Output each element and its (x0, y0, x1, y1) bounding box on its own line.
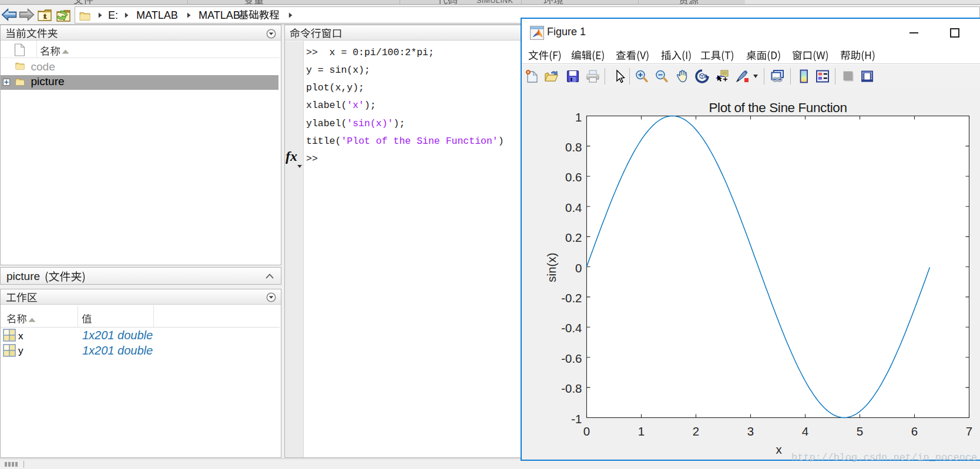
svg-text:0.4: 0.4 (565, 201, 582, 214)
svg-text:-0.2: -0.2 (561, 291, 582, 305)
svg-text:4: 4 (802, 424, 808, 438)
svg-text:-0.4: -0.4 (561, 321, 582, 335)
svg-text:0.8: 0.8 (565, 140, 582, 154)
svg-text:2: 2 (693, 424, 699, 438)
svg-text:0: 0 (583, 424, 590, 438)
svg-text:0.6: 0.6 (565, 170, 582, 184)
svg-text:1: 1 (638, 424, 645, 438)
svg-text:-0.6: -0.6 (561, 352, 582, 365)
svg-text:3: 3 (747, 424, 754, 438)
svg-text:7: 7 (966, 424, 972, 438)
svg-text:5: 5 (857, 424, 863, 438)
svg-text:1: 1 (575, 110, 582, 124)
svg-text:Plot of the Sine Function: Plot of the Sine Function (709, 100, 847, 115)
svg-text:-0.8: -0.8 (561, 382, 582, 395)
svg-text:0: 0 (575, 261, 582, 275)
svg-text:sin(x): sin(x) (545, 253, 558, 282)
svg-text:0.2: 0.2 (565, 231, 582, 244)
svg-text:6: 6 (911, 424, 918, 438)
svg-text:-1: -1 (571, 412, 582, 426)
svg-text:x: x (776, 443, 783, 456)
